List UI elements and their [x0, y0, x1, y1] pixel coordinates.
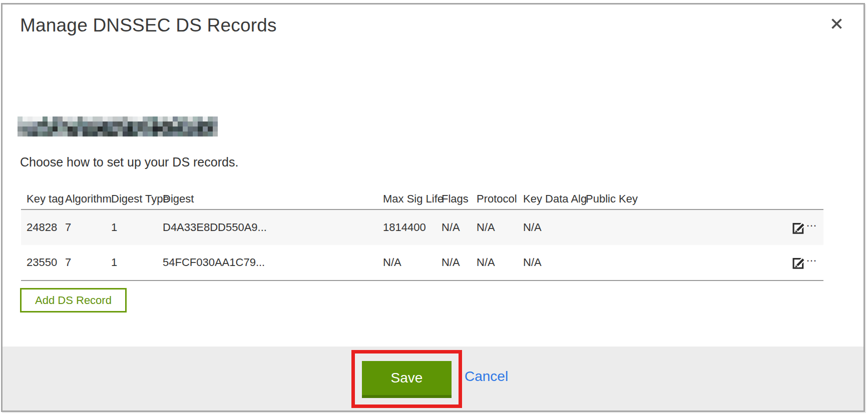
cell-digest-type: 1	[106, 245, 157, 280]
edit-record-button[interactable]	[791, 220, 806, 235]
column-header-digest-type: Digest Type	[106, 189, 157, 210]
close-button[interactable]	[828, 16, 844, 32]
cell-max-sig-life: N/A	[377, 245, 436, 280]
column-header-algorithm: Algorithm	[60, 189, 106, 210]
cell-key-data-alg: N/A	[518, 210, 580, 245]
cell-digest: D4A33E8DD550A9...	[157, 210, 377, 245]
cell-max-sig-life: 1814400	[377, 210, 436, 245]
cell-algorithm: 7	[60, 210, 106, 245]
table-row: 2482871D4A33E8DD550A9...1814400N/AN/AN/A	[21, 210, 823, 245]
save-button-highlight-box: Save	[351, 350, 462, 408]
column-header-protocol: Protocol	[471, 189, 518, 210]
column-header-actions	[786, 189, 823, 210]
column-header-flags: Flags	[436, 189, 471, 210]
column-header-key-tag: Key tag	[21, 189, 60, 210]
cell-digest-type: 1	[106, 210, 157, 245]
cell-flags: N/A	[436, 210, 471, 245]
edit-icon	[791, 220, 806, 235]
dnssec-ds-records-modal: Manage DNSSEC DS Records Choose how to s…	[1, 3, 865, 412]
column-header-public-key: Public Key	[580, 189, 786, 210]
page-title: Manage DNSSEC DS Records	[20, 15, 277, 36]
cell-flags: N/A	[436, 245, 471, 280]
redacted-domain	[18, 116, 218, 136]
cell-protocol: N/A	[471, 245, 518, 280]
column-header-digest: Digest	[157, 189, 377, 210]
close-icon	[830, 17, 843, 30]
edit-icon	[791, 256, 806, 270]
cell-key-tag: 23550	[21, 245, 60, 280]
cell-algorithm: 7	[60, 245, 106, 280]
instruction-text: Choose how to set up your DS records.	[20, 155, 238, 170]
add-ds-record-button[interactable]: Add DS Record	[20, 288, 127, 312]
save-button[interactable]: Save	[362, 361, 452, 398]
cell-key-data-alg: N/A	[518, 245, 580, 280]
cell-public-key	[580, 210, 786, 245]
cancel-link[interactable]: Cancel	[465, 368, 508, 384]
cell-key-tag: 24828	[21, 210, 60, 245]
modal-footer: Save Cancel	[3, 346, 863, 410]
table-body: 2482871D4A33E8DD550A9...1814400N/AN/AN/A…	[21, 210, 823, 280]
column-header-max-sig-life: Max Sig Life	[377, 189, 436, 210]
column-header-key-data-alg: Key Data Alg	[518, 189, 580, 210]
ds-records-table: Key tagAlgorithmDigest TypeDigestMax Sig…	[21, 189, 823, 281]
cell-digest: 54FCF030AA1C79...	[157, 245, 377, 280]
row-actions	[786, 245, 823, 280]
table-header-row: Key tagAlgorithmDigest TypeDigestMax Sig…	[21, 189, 823, 210]
cell-protocol: N/A	[471, 210, 518, 245]
edit-record-button[interactable]	[791, 256, 806, 270]
cell-public-key	[580, 245, 786, 280]
row-actions	[786, 210, 823, 245]
table-row: 235507154FCF030AA1C79...N/AN/AN/AN/A	[21, 245, 823, 280]
